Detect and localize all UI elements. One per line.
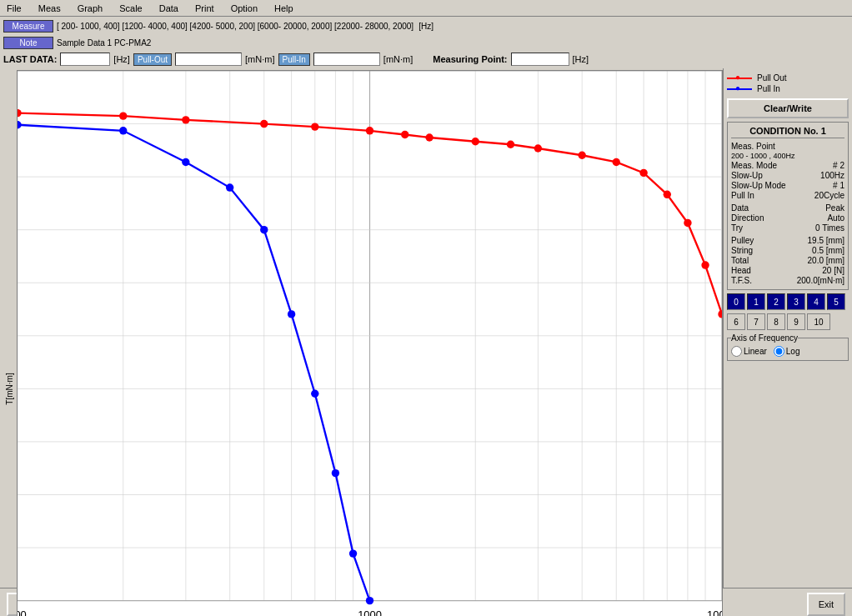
cond-meas-point-value: 200 - 1000 , 400Hz	[731, 152, 795, 160]
svg-point-52	[401, 131, 408, 138]
cond-slow-up-row: Slow-Up 100Hz	[731, 171, 844, 180]
num-btn-1[interactable]: 1	[747, 293, 765, 310]
svg-point-50	[311, 123, 318, 130]
svg-point-71	[332, 469, 339, 477]
svg-text:10000: 10000	[707, 608, 722, 616]
right-panel: Pull Out Pull In Clear/Write CONDITION N…	[723, 68, 852, 588]
cond-string-label: String	[731, 246, 753, 255]
num-buttons-row2: 6 7 8 9 10	[727, 313, 849, 330]
svg-point-62	[701, 261, 709, 268]
num-btn-8[interactable]: 8	[767, 313, 785, 330]
svg-point-47	[119, 112, 127, 119]
main-area: T[mN·m]	[0, 68, 852, 588]
svg-point-56	[534, 144, 542, 152]
svg-point-53	[425, 133, 433, 141]
svg-point-57	[578, 152, 585, 159]
cond-head-row: Head 20 [N]	[731, 266, 844, 275]
svg-point-66	[182, 158, 189, 166]
cond-tfs-row: T.F.S. 200.0[mN·m]	[731, 276, 844, 285]
cond-slow-up-mode-label: Slow-Up Mode	[731, 181, 786, 190]
cond-string-row: String 0.5 [mm]	[731, 246, 844, 255]
cond-total-label: Total	[731, 256, 749, 265]
menu-print[interactable]: Print	[192, 3, 218, 14]
num-btn-6[interactable]: 6	[727, 313, 745, 330]
legend-pullout: Pull Out	[727, 73, 849, 83]
freq-axis-radios: Linear Log	[731, 346, 844, 357]
menu-help[interactable]: Help	[271, 3, 297, 14]
menu-meas[interactable]: Meas	[35, 3, 64, 14]
menu-option[interactable]: Option	[228, 3, 261, 14]
svg-point-58	[613, 158, 620, 166]
measure-row: Measure [ 200- 1000, 400] [1200- 4000, 4…	[3, 18, 849, 33]
pullout-button[interactable]: Pull-Out	[133, 53, 172, 66]
num-btn-10[interactable]: 10	[807, 313, 830, 330]
lastdata-label: LAST DATA:	[3, 54, 57, 64]
cond-string-value: 0.5 [mm]	[812, 246, 844, 255]
svg-point-49	[260, 120, 268, 128]
svg-point-72	[349, 549, 357, 557]
num-btn-4[interactable]: 4	[807, 293, 825, 310]
note-text: Sample Data 1 PC-PMA2	[57, 38, 151, 48]
pullout-value-input[interactable]	[175, 53, 242, 66]
cond-try-label: Try	[731, 223, 743, 233]
svg-point-73	[366, 597, 373, 604]
measuring-point-label: Measuring Point:	[433, 54, 507, 64]
cond-data-label: Data	[731, 203, 749, 213]
legend-blue-line	[727, 88, 752, 90]
cond-slow-up-mode-value: # 1	[833, 181, 844, 190]
mp-hz-unit: [Hz]	[573, 54, 589, 64]
log-radio[interactable]	[774, 346, 784, 357]
linear-radio[interactable]	[731, 346, 742, 357]
cond-meas-mode-row: Meas. Mode # 2	[731, 161, 844, 170]
svg-text:1000: 1000	[358, 608, 382, 616]
num-btn-7[interactable]: 7	[747, 313, 765, 330]
legend-pullin: Pull In	[727, 84, 849, 93]
cond-pulley-value: 19.5 [mm]	[808, 236, 844, 245]
cond-meas-mode-value: # 2	[833, 161, 844, 170]
menu-file[interactable]: File	[3, 3, 25, 14]
cond-direction-row: Direction Auto	[731, 213, 844, 223]
legend-pullin-label: Pull In	[757, 84, 780, 93]
cond-total-row: Total 20.0 [mm]	[731, 256, 844, 265]
condition-box: CONDITION No. 1 Meas. Point 200 - 1000 ,…	[727, 122, 849, 290]
svg-point-51	[366, 127, 373, 134]
num-btn-5[interactable]: 5	[827, 293, 845, 310]
freq-axis-legend: Axis of Frequency	[731, 333, 798, 343]
note-button[interactable]: Note	[3, 37, 53, 49]
cond-pulley-row: Pulley 19.5 [mm]	[731, 236, 844, 245]
freq-axis-fieldset: Axis of Frequency Linear Log	[727, 333, 849, 361]
y-axis-label: T[mN·m]	[5, 373, 14, 404]
cond-head-value: 20 [N]	[822, 266, 844, 275]
svg-point-65	[119, 127, 127, 134]
num-btn-0[interactable]: 0	[727, 293, 745, 310]
log-radio-label: Log	[786, 347, 800, 356]
pullin-value-input[interactable]	[313, 53, 380, 66]
num-btn-9[interactable]: 9	[787, 313, 805, 330]
log-radio-item: Log	[774, 346, 800, 357]
cond-meas-point-label: Meas. Point	[731, 142, 775, 151]
measure-button[interactable]: Measure	[3, 20, 53, 33]
cond-slow-up-mode-row: Slow-Up Mode # 1	[731, 181, 844, 190]
num-btn-2[interactable]: 2	[767, 293, 785, 310]
exit-button[interactable]: Exit	[807, 593, 845, 616]
measure-hz: [Hz]	[418, 22, 434, 31]
num-btn-3[interactable]: 3	[787, 293, 805, 310]
cond-tfs-label: T.F.S.	[731, 276, 752, 285]
menu-scale[interactable]: Scale	[116, 3, 146, 14]
pullin-button[interactable]: Pull-In	[278, 53, 310, 66]
menu-data[interactable]: Data	[156, 3, 182, 14]
mnm-unit-1: [mN·m]	[245, 54, 274, 64]
clear-write-button[interactable]: Clear/Write	[727, 98, 849, 118]
cond-pull-in-row: Pull In 20Cycle	[731, 191, 844, 200]
cond-tfs-value: 200.0[mN·m]	[797, 276, 844, 285]
cond-pull-in-label: Pull In	[731, 191, 754, 200]
linear-radio-item: Linear	[731, 346, 767, 357]
mnm-unit-2: [mN·m]	[383, 54, 413, 64]
condition-title: CONDITION No. 1	[731, 126, 844, 138]
svg-point-48	[182, 116, 189, 123]
measuring-point-input[interactable]	[511, 53, 569, 66]
menu-graph[interactable]: Graph	[74, 3, 107, 14]
cond-pull-in-value: 20Cycle	[814, 191, 844, 200]
lastdata-hz-input[interactable]	[60, 53, 110, 66]
cond-data-value: Peak	[825, 203, 844, 213]
